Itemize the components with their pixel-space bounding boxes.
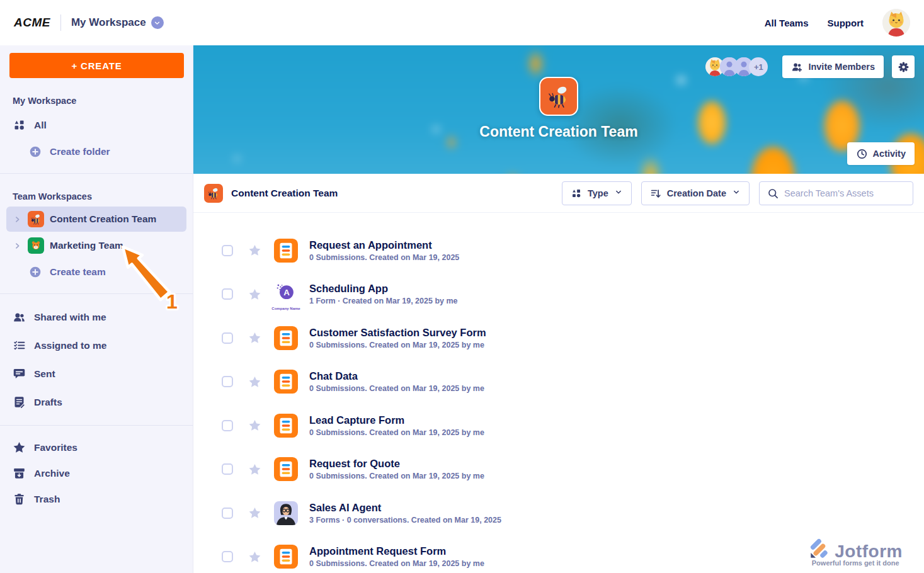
list-item[interactable]: Lead Capture Form 0 Submissions. Created…: [193, 404, 924, 448]
header-divider: [60, 14, 61, 31]
bee-team-icon: [28, 211, 44, 227]
list-item[interactable]: Chat Data 0 Submissions. Created on Mar …: [193, 360, 924, 404]
grid-icon: [571, 188, 582, 199]
team-workspaces-heading: Team Workspaces: [13, 191, 180, 201]
sidebar: + CREATE My Workspace All Create folder …: [0, 45, 193, 573]
grid-icon: [13, 118, 26, 132]
asset-title[interactable]: Chat Data: [309, 370, 358, 382]
workspace-switcher[interactable]: My Workspace: [71, 16, 164, 29]
list-item[interactable]: Customer Satisfaction Survey Form 0 Subm…: [193, 316, 924, 360]
invite-members-button[interactable]: Invite Members: [782, 55, 884, 78]
sidebar-item-assigned-to-me[interactable]: Assigned to me: [0, 331, 193, 360]
list-item[interactable]: Sales AI Agent 3 Forms · 0 conversations…: [193, 491, 924, 535]
clock-icon: [856, 148, 868, 160]
team-label: Content Creation Team: [50, 213, 156, 225]
sidebar-item-label: Archive: [34, 468, 70, 479]
asset-title[interactable]: Sales AI Agent: [309, 502, 381, 513]
chevron-down-icon: [614, 188, 623, 198]
jotform-logo-icon: [808, 536, 832, 560]
chevron-right-icon[interactable]: [13, 241, 22, 251]
jotform-logo-text: Jotform: [835, 543, 903, 560]
extra-members-badge[interactable]: +1: [749, 57, 768, 76]
top-bar: ACME My Workspace All Teams Support: [0, 0, 924, 45]
sidebar-item-content-creation-team[interactable]: Content Creation Team: [6, 207, 186, 232]
favorite-star-icon[interactable]: [248, 419, 261, 432]
sidebar-item-trash[interactable]: Trash: [0, 486, 193, 512]
row-checkbox[interactable]: [222, 551, 233, 562]
list-item[interactable]: Request an Appointment 0 Submissions. Cr…: [193, 229, 924, 273]
search-icon: [767, 188, 779, 199]
sidebar-item-archive[interactable]: Archive: [0, 460, 193, 486]
sidebar-item-label: Assigned to me: [34, 340, 106, 351]
trash-icon: [13, 492, 26, 506]
team-settings-button[interactable]: [892, 55, 915, 78]
checklist-icon: [13, 339, 26, 352]
breadcrumb-label: Content Creation Team: [231, 188, 338, 199]
list-item[interactable]: Request for Quote 0 Submissions. Created…: [193, 448, 924, 492]
row-checkbox[interactable]: [222, 288, 233, 300]
team-breadcrumb[interactable]: Content Creation Team: [204, 184, 338, 203]
form-icon: [274, 239, 298, 263]
sidebar-item-label: Drafts: [34, 397, 62, 408]
create-team-label: Create team: [50, 266, 106, 278]
asset-title[interactable]: Scheduling App: [309, 283, 388, 294]
sort-filter-button[interactable]: Creation Date: [641, 181, 750, 205]
create-folder-button[interactable]: Create folder: [0, 139, 193, 164]
row-checkbox[interactable]: [222, 245, 233, 256]
create-button[interactable]: + CREATE: [9, 53, 184, 78]
sidebar-item-label: Shared with me: [34, 312, 106, 323]
asset-title[interactable]: Request an Appointment: [309, 239, 432, 251]
team-cover-banner: +1 Invite Members Content Creation Team …: [193, 45, 924, 174]
team-title: Content Creation Team: [193, 123, 924, 140]
type-filter-button[interactable]: Type: [562, 181, 632, 205]
asset-title[interactable]: Lead Capture Form: [309, 414, 404, 426]
sidebar-divider: [0, 293, 193, 294]
row-checkbox[interactable]: [222, 463, 233, 475]
row-checkbox[interactable]: [222, 508, 233, 519]
row-checkbox[interactable]: [222, 332, 233, 344]
app-root: ACME My Workspace All Teams Support + CR…: [0, 0, 924, 573]
favorite-star-icon[interactable]: [248, 550, 261, 564]
favorite-star-icon[interactable]: [248, 375, 261, 389]
favorite-star-icon[interactable]: [248, 331, 261, 344]
sidebar-item-sent[interactable]: Sent: [0, 360, 193, 388]
favorite-star-icon[interactable]: [248, 463, 261, 476]
jotform-watermark: Jotform Powerful forms get it done: [808, 536, 903, 567]
sidebar-item-favorites[interactable]: Favorites: [0, 434, 193, 460]
bee-icon: [545, 83, 572, 110]
sidebar-item-drafts[interactable]: Drafts: [0, 388, 193, 416]
sidebar-item-label: Trash: [34, 494, 60, 505]
favorite-star-icon[interactable]: [248, 288, 261, 301]
row-checkbox[interactable]: [222, 376, 233, 387]
favorite-star-icon[interactable]: [248, 244, 261, 257]
acme-logo: ACME: [14, 16, 50, 30]
sidebar-divider: [0, 173, 193, 174]
plus-circle-icon: [29, 266, 42, 278]
sidebar-item-shared-with-me[interactable]: Shared with me: [0, 303, 193, 331]
sort-icon: [650, 188, 661, 199]
nav-support[interactable]: Support: [828, 18, 864, 28]
asset-title[interactable]: Request for Quote: [309, 458, 400, 469]
search-input[interactable]: [784, 188, 905, 198]
sidebar-item-all[interactable]: All: [0, 111, 193, 139]
activity-button[interactable]: Activity: [847, 142, 915, 165]
user-avatar[interactable]: [882, 9, 910, 37]
asset-title[interactable]: Customer Satisfaction Survey Form: [309, 327, 486, 338]
chat-bubble-icon: [13, 367, 26, 380]
nav-all-teams[interactable]: All Teams: [765, 18, 809, 28]
people-icon: [13, 310, 26, 324]
asset-title[interactable]: Appointment Request Form: [309, 545, 446, 557]
sidebar-item-label: Sent: [34, 368, 55, 380]
agent-avatar: [274, 501, 298, 525]
gear-icon: [898, 61, 910, 73]
main-content: +1 Invite Members Content Creation Team …: [193, 45, 924, 573]
sidebar-item-marketing-team[interactable]: Marketing Team: [6, 233, 186, 258]
favorite-star-icon[interactable]: [248, 506, 261, 519]
chevron-right-icon[interactable]: [13, 215, 22, 224]
create-team-button[interactable]: Create team: [0, 259, 193, 285]
chevron-down-icon: [732, 188, 741, 198]
row-checkbox[interactable]: [222, 420, 233, 431]
star-icon: [13, 441, 26, 454]
chevron-down-icon: [151, 16, 164, 29]
list-item[interactable]: Company Name Scheduling App 1 Form · Cre…: [193, 273, 924, 317]
